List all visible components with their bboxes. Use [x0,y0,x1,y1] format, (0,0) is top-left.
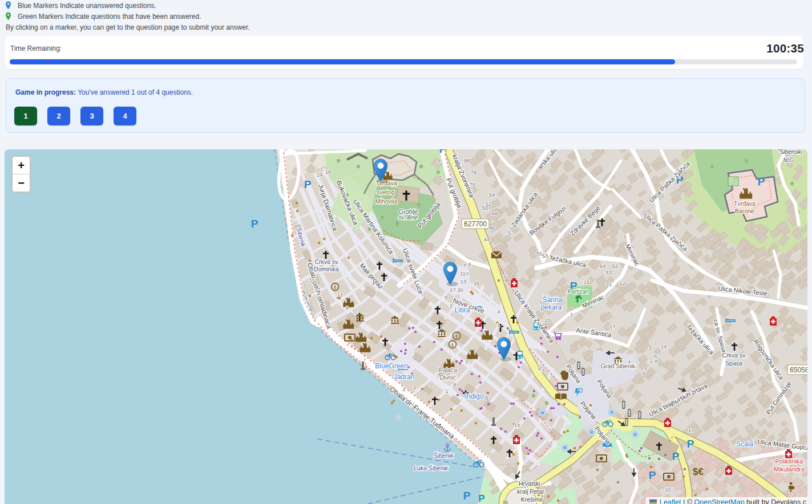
svg-text:4: 4 [538,365,540,372]
svg-text:2: 2 [402,386,405,392]
svg-text:$€: $€ [693,466,704,477]
svg-text:Krešimir: Krešimir [521,496,543,503]
svg-text:10: 10 [544,317,551,323]
svg-text:5: 5 [642,370,645,376]
svg-text:3: 3 [449,303,452,309]
svg-text:Crkva sv.: Crkva sv. [315,258,340,265]
svg-text:P: P [478,493,484,504]
svg-text:14: 14 [514,422,520,428]
svg-text:55: 55 [536,250,543,257]
svg-text:8: 8 [453,381,456,388]
svg-text:Dominika: Dominika [314,266,339,273]
svg-text:6: 6 [485,395,488,401]
svg-text:Scala: Scala [736,440,753,448]
svg-text:Palača: Palača [439,367,457,373]
svg-text:Tvrđava: Tvrđava [734,200,756,207]
svg-text:11: 11 [337,291,343,298]
svg-text:4: 4 [628,359,631,365]
svg-text:46: 46 [489,225,495,231]
svg-text:12: 12 [620,280,626,286]
svg-text:5: 5 [508,230,511,236]
svg-text:Spasa: Spasa [725,360,742,367]
svg-text:Barone: Barone [735,208,754,214]
svg-text:Luka Šibenik: Luka Šibenik [414,465,449,472]
svg-text:48: 48 [492,210,498,217]
svg-text:53: 53 [542,253,548,259]
svg-text:P: P [672,450,680,462]
svg-text:Šarina: Šarina [543,295,563,304]
svg-text:3: 3 [542,367,544,373]
svg-text:kralj Petar: kralj Petar [517,488,544,495]
svg-text:24: 24 [317,172,323,178]
svg-text:16: 16 [474,280,480,286]
svg-text:27 30: 27 30 [450,287,463,293]
svg-text:1: 1 [570,311,573,318]
svg-text:7: 7 [463,262,466,269]
svg-text:"Šibenski: "Šibenski [777,149,802,155]
svg-text:P: P [251,218,258,230]
svg-text:4: 4 [468,261,471,267]
svg-text:64: 64 [600,263,606,269]
svg-text:50: 50 [482,205,488,211]
svg-text:P: P [687,438,694,450]
svg-text:10: 10 [665,486,671,493]
svg-text:Partizan: Partizan [568,288,589,295]
svg-text:Crkva sv.: Crkva sv. [722,352,747,359]
svg-text:4: 4 [438,157,441,164]
svg-text:62: 62 [612,263,619,269]
svg-text:98: 98 [464,157,470,164]
svg-text:Libra: Libra [455,306,470,314]
svg-text:i: i [334,284,336,290]
svg-text:BlueGreen: BlueGreen [375,362,407,370]
svg-text:11A: 11A [460,270,470,277]
svg-text:7: 7 [654,340,657,346]
svg-text:6: 6 [439,174,442,181]
svg-text:9: 9 [345,304,348,311]
svg-text:43: 43 [606,269,612,275]
svg-text:P: P [758,176,765,188]
svg-text:5: 5 [315,287,318,293]
svg-text:14: 14 [661,343,667,349]
svg-text:627700: 627700 [464,220,487,228]
svg-text:1: 1 [445,388,448,394]
svg-text:7: 7 [649,359,652,365]
svg-text:Šibenik: Šibenik [434,452,454,459]
svg-text:3: 3 [648,345,651,351]
svg-text:sv. Ane: sv. Ane [398,214,418,221]
svg-text:13: 13 [460,278,467,284]
svg-text:54: 54 [489,192,495,198]
svg-text:P: P [439,149,447,155]
svg-text:15: 15 [309,277,316,283]
svg-text:4: 4 [497,308,500,315]
svg-text:18: 18 [325,169,332,175]
svg-text:svetog: svetog [377,189,395,196]
svg-text:tići": tići" [783,156,794,163]
svg-text:44: 44 [484,236,490,242]
svg-text:Divnić: Divnić [440,374,457,381]
svg-text:P: P [463,490,471,502]
svg-text:9: 9 [445,294,447,300]
svg-text:15: 15 [584,279,590,285]
svg-text:Jadran: Jadran [394,373,415,381]
svg-text:pekara: pekara [541,303,562,311]
svg-text:21: 21 [606,281,612,287]
svg-text:Mihovila: Mihovila [375,198,398,205]
svg-text:1: 1 [413,384,416,390]
svg-text:P: P [649,469,656,481]
svg-text:Hrvatski: Hrvatski [519,480,540,487]
svg-text:i: i [456,333,458,339]
svg-text:650580: 650580 [790,366,807,374]
svg-text:78: 78 [471,169,477,176]
svg-text:2: 2 [397,413,399,420]
svg-text:Mikulandra: Mikulandra [774,466,805,473]
svg-text:4: 4 [654,358,657,364]
svg-text:Poliklinika: Poliklinika [775,458,804,465]
svg-text:76: 76 [470,181,476,188]
svg-text:Indigo: Indigo [465,392,484,400]
svg-text:17: 17 [688,427,694,433]
svg-text:P: P [304,178,312,190]
svg-text:i: i [452,342,454,348]
svg-text:1: 1 [497,322,500,328]
svg-text:17: 17 [609,323,616,330]
svg-text:2: 2 [465,358,468,364]
